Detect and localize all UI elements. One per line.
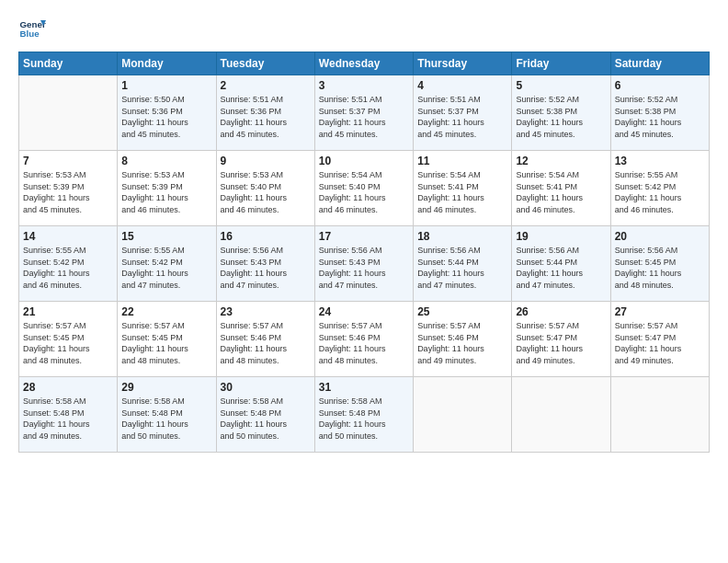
day-number: 15 <box>121 230 211 243</box>
logo: General Blue <box>18 15 46 42</box>
calendar-cell: 18Sunrise: 5:56 AM Sunset: 5:44 PM Dayli… <box>414 226 512 302</box>
day-info: Sunrise: 5:58 AM Sunset: 5:48 PM Dayligh… <box>121 396 211 442</box>
day-info: Sunrise: 5:57 AM Sunset: 5:46 PM Dayligh… <box>221 320 311 366</box>
day-number: 22 <box>121 305 211 318</box>
column-header-wednesday: Wednesday <box>314 52 413 75</box>
day-number: 25 <box>417 305 507 318</box>
day-info: Sunrise: 5:51 AM Sunset: 5:37 PM Dayligh… <box>417 94 507 140</box>
day-info: Sunrise: 5:55 AM Sunset: 5:42 PM Dayligh… <box>615 169 705 215</box>
day-number: 26 <box>516 305 606 318</box>
calendar-cell: 19Sunrise: 5:56 AM Sunset: 5:44 PM Dayli… <box>512 226 610 302</box>
calendar-cell <box>19 75 118 151</box>
day-number: 23 <box>221 305 311 318</box>
day-info: Sunrise: 5:51 AM Sunset: 5:37 PM Dayligh… <box>319 94 409 140</box>
calendar-cell: 28Sunrise: 5:58 AM Sunset: 5:48 PM Dayli… <box>19 377 118 453</box>
calendar-cell: 20Sunrise: 5:56 AM Sunset: 5:45 PM Dayli… <box>610 226 709 302</box>
day-info: Sunrise: 5:57 AM Sunset: 5:47 PM Dayligh… <box>516 320 606 366</box>
calendar-header-row: SundayMondayTuesdayWednesdayThursdayFrid… <box>19 52 710 75</box>
day-info: Sunrise: 5:56 AM Sunset: 5:44 PM Dayligh… <box>417 245 507 291</box>
day-number: 7 <box>23 155 113 167</box>
day-info: Sunrise: 5:53 AM Sunset: 5:39 PM Dayligh… <box>23 169 113 215</box>
day-number: 17 <box>319 230 409 243</box>
calendar-cell: 27Sunrise: 5:57 AM Sunset: 5:47 PM Dayli… <box>610 302 709 377</box>
column-header-thursday: Thursday <box>414 52 512 75</box>
day-number: 5 <box>516 79 606 92</box>
day-info: Sunrise: 5:54 AM Sunset: 5:40 PM Dayligh… <box>319 169 409 215</box>
calendar-cell <box>414 377 512 453</box>
calendar-cell: 2Sunrise: 5:51 AM Sunset: 5:36 PM Daylig… <box>216 75 314 151</box>
calendar-week-row: 14Sunrise: 5:55 AM Sunset: 5:42 PM Dayli… <box>19 226 710 302</box>
day-number: 6 <box>615 79 705 92</box>
day-number: 1 <box>121 79 211 92</box>
calendar-cell: 21Sunrise: 5:57 AM Sunset: 5:45 PM Dayli… <box>19 302 118 377</box>
day-number: 29 <box>121 381 211 394</box>
day-number: 16 <box>221 230 311 243</box>
column-header-saturday: Saturday <box>610 52 709 75</box>
calendar-body: 1Sunrise: 5:50 AM Sunset: 5:36 PM Daylig… <box>19 75 710 453</box>
day-info: Sunrise: 5:56 AM Sunset: 5:43 PM Dayligh… <box>221 245 311 291</box>
calendar-cell: 16Sunrise: 5:56 AM Sunset: 5:43 PM Dayli… <box>216 226 314 302</box>
calendar-cell: 8Sunrise: 5:53 AM Sunset: 5:39 PM Daylig… <box>118 151 216 226</box>
day-number: 24 <box>319 305 409 318</box>
calendar-cell: 12Sunrise: 5:54 AM Sunset: 5:41 PM Dayli… <box>512 151 610 226</box>
day-info: Sunrise: 5:57 AM Sunset: 5:47 PM Dayligh… <box>615 320 705 366</box>
calendar-cell <box>610 377 709 453</box>
calendar-cell: 5Sunrise: 5:52 AM Sunset: 5:38 PM Daylig… <box>512 75 610 151</box>
day-number: 18 <box>417 230 507 243</box>
page-header: General Blue <box>18 15 710 42</box>
day-info: Sunrise: 5:56 AM Sunset: 5:43 PM Dayligh… <box>319 245 409 291</box>
calendar-cell: 23Sunrise: 5:57 AM Sunset: 5:46 PM Dayli… <box>216 302 314 377</box>
day-info: Sunrise: 5:50 AM Sunset: 5:36 PM Dayligh… <box>121 94 211 140</box>
logo-icon: General Blue <box>18 15 46 42</box>
calendar-cell <box>512 377 610 453</box>
calendar-week-row: 28Sunrise: 5:58 AM Sunset: 5:48 PM Dayli… <box>19 377 710 453</box>
day-number: 19 <box>516 230 606 243</box>
calendar-cell: 9Sunrise: 5:53 AM Sunset: 5:40 PM Daylig… <box>216 151 314 226</box>
day-number: 2 <box>221 79 311 92</box>
day-info: Sunrise: 5:53 AM Sunset: 5:39 PM Dayligh… <box>121 169 211 215</box>
day-info: Sunrise: 5:55 AM Sunset: 5:42 PM Dayligh… <box>121 245 211 291</box>
calendar-week-row: 1Sunrise: 5:50 AM Sunset: 5:36 PM Daylig… <box>19 75 710 151</box>
day-number: 31 <box>319 381 409 394</box>
day-number: 11 <box>417 155 507 167</box>
day-number: 3 <box>319 79 409 92</box>
day-info: Sunrise: 5:57 AM Sunset: 5:45 PM Dayligh… <box>121 320 211 366</box>
calendar-cell: 3Sunrise: 5:51 AM Sunset: 5:37 PM Daylig… <box>314 75 413 151</box>
calendar-cell: 13Sunrise: 5:55 AM Sunset: 5:42 PM Dayli… <box>610 151 709 226</box>
day-number: 12 <box>516 155 606 167</box>
column-header-sunday: Sunday <box>19 52 118 75</box>
day-number: 13 <box>615 155 705 167</box>
day-info: Sunrise: 5:52 AM Sunset: 5:38 PM Dayligh… <box>615 94 705 140</box>
calendar-week-row: 7Sunrise: 5:53 AM Sunset: 5:39 PM Daylig… <box>19 151 710 226</box>
calendar-cell: 25Sunrise: 5:57 AM Sunset: 5:46 PM Dayli… <box>414 302 512 377</box>
calendar-cell: 7Sunrise: 5:53 AM Sunset: 5:39 PM Daylig… <box>19 151 118 226</box>
day-number: 8 <box>121 155 211 167</box>
calendar-cell: 14Sunrise: 5:55 AM Sunset: 5:42 PM Dayli… <box>19 226 118 302</box>
calendar-cell: 22Sunrise: 5:57 AM Sunset: 5:45 PM Dayli… <box>118 302 216 377</box>
day-info: Sunrise: 5:52 AM Sunset: 5:38 PM Dayligh… <box>516 94 606 140</box>
day-info: Sunrise: 5:57 AM Sunset: 5:45 PM Dayligh… <box>23 320 113 366</box>
calendar-cell: 31Sunrise: 5:58 AM Sunset: 5:48 PM Dayli… <box>314 377 413 453</box>
calendar-cell: 26Sunrise: 5:57 AM Sunset: 5:47 PM Dayli… <box>512 302 610 377</box>
column-header-tuesday: Tuesday <box>216 52 314 75</box>
calendar-cell: 6Sunrise: 5:52 AM Sunset: 5:38 PM Daylig… <box>610 75 709 151</box>
day-info: Sunrise: 5:58 AM Sunset: 5:48 PM Dayligh… <box>319 396 409 442</box>
calendar-cell: 24Sunrise: 5:57 AM Sunset: 5:46 PM Dayli… <box>314 302 413 377</box>
day-info: Sunrise: 5:54 AM Sunset: 5:41 PM Dayligh… <box>417 169 507 215</box>
day-info: Sunrise: 5:57 AM Sunset: 5:46 PM Dayligh… <box>417 320 507 366</box>
day-info: Sunrise: 5:56 AM Sunset: 5:44 PM Dayligh… <box>516 245 606 291</box>
calendar-cell: 11Sunrise: 5:54 AM Sunset: 5:41 PM Dayli… <box>414 151 512 226</box>
calendar-table: SundayMondayTuesdayWednesdayThursdayFrid… <box>18 52 710 453</box>
day-number: 21 <box>23 305 113 318</box>
day-number: 14 <box>23 230 113 243</box>
day-info: Sunrise: 5:58 AM Sunset: 5:48 PM Dayligh… <box>221 396 311 442</box>
day-info: Sunrise: 5:51 AM Sunset: 5:36 PM Dayligh… <box>221 94 311 140</box>
day-number: 20 <box>615 230 705 243</box>
day-number: 9 <box>221 155 311 167</box>
calendar-cell: 10Sunrise: 5:54 AM Sunset: 5:40 PM Dayli… <box>314 151 413 226</box>
calendar-cell: 30Sunrise: 5:58 AM Sunset: 5:48 PM Dayli… <box>216 377 314 453</box>
day-number: 27 <box>615 305 705 318</box>
calendar-cell: 4Sunrise: 5:51 AM Sunset: 5:37 PM Daylig… <box>414 75 512 151</box>
day-info: Sunrise: 5:57 AM Sunset: 5:46 PM Dayligh… <box>319 320 409 366</box>
calendar-cell: 15Sunrise: 5:55 AM Sunset: 5:42 PM Dayli… <box>118 226 216 302</box>
